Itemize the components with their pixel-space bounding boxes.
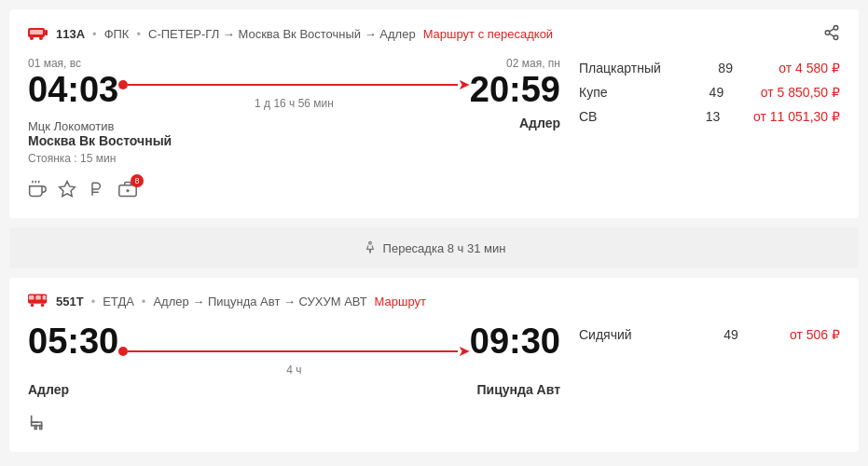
svg-marker-13 <box>60 182 76 197</box>
segment2-dep-time: 05:30 <box>28 323 118 359</box>
transfer-bar: Пересадка 8 ч 31 мин <box>9 227 859 268</box>
segment1-dep-time: 04:03 <box>28 72 118 107</box>
segment2-journey-main: 05:30 ➤ 4 ч 09:30 Адлер <box>28 323 560 437</box>
luggage-badge: 8 <box>131 174 144 187</box>
route-line-bar2 <box>128 350 458 352</box>
train-icon <box>28 25 48 43</box>
segment2-arr-station: Пицунда Авт <box>477 382 560 397</box>
segment1-amenities: 8 <box>28 180 560 203</box>
train-number: 113А <box>56 27 85 41</box>
svg-point-3 <box>39 36 43 40</box>
price-value-1[interactable]: от 5 850,50 ₽ <box>761 85 840 100</box>
price-row-0: Плацкартный 89 от 4 580 ₽ <box>579 61 840 75</box>
segment2-journey: 05:30 ➤ 4 ч 09:30 Адлер <box>28 323 840 437</box>
segment1-times-row: 01 мая, вс 04:03 ➤ 1 д 16 ч 56 мин 02 ма… <box>28 57 560 110</box>
seat-icon <box>28 412 48 437</box>
dot-sep4: • <box>142 295 146 308</box>
segment1-duration: 1 д 16 ч 56 мин <box>255 97 334 110</box>
price-type-0: Плацкартный <box>579 61 672 75</box>
segment2-route-label[interactable]: Маршрут <box>375 295 426 308</box>
segment1-departure: 01 мая, вс 04:03 <box>28 57 118 107</box>
price-seats-1: 49 <box>702 85 730 100</box>
segment2-stations-row: Адлер Пицунда Авт <box>28 382 560 397</box>
segment1-dep-station-sub: Мцк Локомотив <box>28 119 172 133</box>
svg-point-6 <box>825 31 830 35</box>
dot-sep3: • <box>91 295 96 308</box>
segment1-card: 113А • ФПК • С-ПЕТЕР-ГЛ → Москва Вк Вост… <box>9 9 859 218</box>
bus-number: 551Т <box>56 295 84 308</box>
segment2-header: 551Т • ЕТДА • Адлер → Пицунда Авт → СУХУ… <box>28 293 840 310</box>
segment2-amenities <box>28 412 560 437</box>
walking-icon <box>363 240 378 255</box>
segment1-stations-row: Мцк Локомотив Москва Вк Восточный Стоянк… <box>28 116 560 165</box>
segment1-stop: Стоянка : 15 мин <box>28 152 172 165</box>
segment2-operator: ЕТДА <box>103 295 134 308</box>
dep-dot <box>118 80 128 89</box>
price-type-s0: Сидячий <box>579 327 672 342</box>
price-type-2: СВ <box>579 109 672 124</box>
segment1-dep-station-block: Мцк Локомотив Москва Вк Восточный Стоянк… <box>28 116 172 165</box>
segment1-prices: Плацкартный 89 от 4 580 ₽ Купе 49 от 5 8… <box>579 57 840 124</box>
svg-point-2 <box>30 36 34 40</box>
segment1-stations-header: С-ПЕТЕР-ГЛ → Москва Вк Восточный → Адлер <box>148 27 416 41</box>
arrow-icon2: ➤ <box>458 342 470 360</box>
segment2-dep-station-block: Адлер <box>28 382 69 397</box>
svg-rect-19 <box>29 295 34 300</box>
svg-point-5 <box>834 26 838 31</box>
price-type-1: Купе <box>579 85 672 100</box>
star-icon <box>58 180 76 203</box>
segment1-route-line: ➤ 1 д 16 ч 56 мин <box>118 57 470 110</box>
segment2-prices: Сидячий 49 от 506 ₽ <box>579 323 840 342</box>
price-row-s0: Сидячий 49 от 506 ₽ <box>579 327 840 342</box>
segment2-dep-station: Адлер <box>28 382 69 397</box>
segment2-duration: 4 ч <box>286 363 301 377</box>
segment1-arr-station: Адлер <box>519 116 560 130</box>
dot-sep: • <box>92 27 97 41</box>
svg-rect-1 <box>45 30 48 35</box>
segment2-departure: 05:30 <box>28 323 118 359</box>
price-seats-2: 13 <box>699 109 727 124</box>
price-value-0[interactable]: от 4 580 ₽ <box>778 61 840 75</box>
price-seats-0: 89 <box>711 61 739 75</box>
route-line-bar <box>128 84 458 86</box>
price-seats-s0: 49 <box>717 327 745 342</box>
svg-point-23 <box>41 304 45 308</box>
dep-dot2 <box>118 347 128 356</box>
transfer-label: Пересадка 8 ч 31 мин <box>383 241 506 255</box>
price-row-1: Купе 49 от 5 850,50 ₽ <box>579 85 840 100</box>
segment1-route-label[interactable]: Маршрут с пересадкой <box>423 27 554 41</box>
ruble-icon <box>88 180 106 203</box>
segment2-times-row: 05:30 ➤ 4 ч 09:30 <box>28 323 560 377</box>
segment1-arrival: 02 мая, пн 20:59 <box>470 57 560 107</box>
luggage-icon-badge: 8 <box>117 180 138 203</box>
share-icon[interactable] <box>823 24 840 44</box>
svg-point-17 <box>368 241 371 244</box>
segment1-journey-main: 01 мая, вс 04:03 ➤ 1 д 16 ч 56 мин 02 ма… <box>28 57 560 203</box>
segment2-arr-station-block: Пицунда Авт <box>477 382 560 397</box>
segment2-route-line: ➤ 4 ч <box>118 323 470 377</box>
price-value-s0[interactable]: от 506 ₽ <box>790 327 840 342</box>
svg-rect-20 <box>35 295 41 300</box>
segment1-arr-time: 20:59 <box>470 72 560 107</box>
segment2-arrival: 09:30 <box>470 323 560 359</box>
segment2-card: 551Т • ЕТДА • Адлер → Пицунда Авт → СУХУ… <box>9 278 859 452</box>
segment2-arr-time: 09:30 <box>470 323 560 359</box>
segment1-arr-station-block: Адлер <box>519 116 560 165</box>
segment1-dep-station: Москва Вк Восточный <box>28 133 172 148</box>
price-value-2[interactable]: от 11 051,30 ₽ <box>753 109 840 124</box>
segment2-stations-header: Адлер → Пицунда Авт → СУХУМ АВТ <box>153 295 366 308</box>
svg-rect-24 <box>34 426 36 430</box>
dot-sep2: • <box>136 27 141 41</box>
svg-rect-4 <box>30 30 43 34</box>
svg-rect-21 <box>43 295 47 300</box>
svg-rect-25 <box>40 426 42 430</box>
segment1-journey: 01 мая, вс 04:03 ➤ 1 д 16 ч 56 мин 02 ма… <box>28 57 840 203</box>
svg-point-7 <box>834 35 838 40</box>
svg-line-8 <box>829 34 834 36</box>
restaurant-icon <box>28 180 47 203</box>
arrow-icon: ➤ <box>458 75 470 93</box>
segment1-header: 113А • ФПК • С-ПЕТЕР-ГЛ → Москва Вк Вост… <box>28 24 840 44</box>
segment1-dep-date: 01 мая, вс <box>28 57 118 70</box>
segment1-arr-date: 02 мая, пн <box>470 57 560 70</box>
svg-line-9 <box>829 29 834 32</box>
